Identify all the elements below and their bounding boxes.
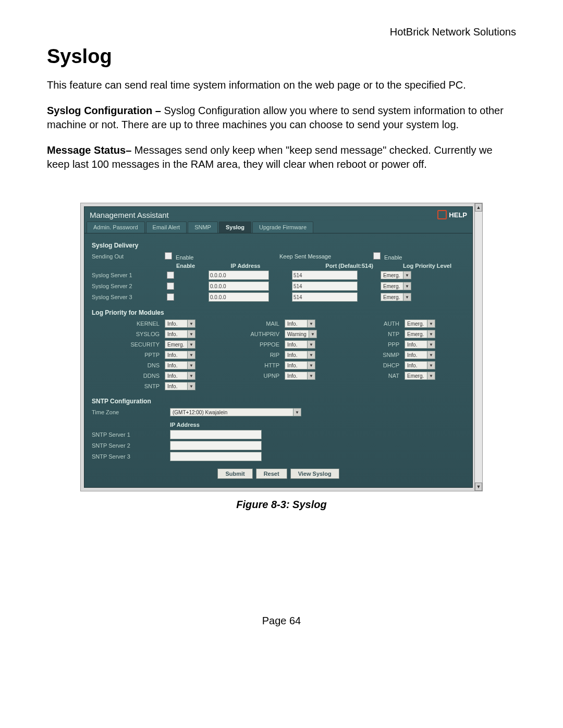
chevron-down-icon: ▼ [427,341,435,348]
sntp3-label: SNTP Server 3 [92,453,170,460]
module-level-select[interactable]: Emerg.▼ [405,330,435,338]
reset-button[interactable]: Reset [256,468,287,479]
module-label: NTP [326,331,405,337]
server-row-1: Syslog Server 1 Emerg.▼ [92,270,465,280]
module-level-select[interactable]: Info.▼ [165,319,195,328]
module-label: AUTHPRIV [206,331,285,337]
sntp2-label: SNTP Server 2 [92,442,170,449]
server3-port-input[interactable] [292,292,358,302]
module-label: DDNS [92,373,165,379]
module-label: AUTH [326,320,405,327]
help-icon [437,210,447,219]
server2-port-input[interactable] [292,281,358,291]
sending-out-checkbox[interactable] [165,252,172,260]
chevron-down-icon: ▼ [307,320,315,327]
chevron-down-icon: ▼ [427,320,435,327]
module-level-select[interactable]: Info.▼ [165,382,195,390]
sending-out-enable-text: Enable [176,254,193,261]
sntp3-input[interactable] [170,452,262,461]
module-label: SNMP [326,352,405,358]
page-title: Syslog [47,45,516,68]
tab-upgrade-firmware[interactable]: Upgrade Firmware [252,221,313,233]
server2-ip-input[interactable] [209,281,269,291]
module-level-select[interactable]: Info.▼ [165,372,195,380]
syslog-config-paragraph: Syslog Configuration – Syslog Configurat… [47,104,516,132]
module-label: DNS [92,362,165,368]
sntp-ip-heading: IP Address [170,422,465,428]
server3-enable-checkbox[interactable] [167,293,174,301]
chevron-down-icon: ▼ [403,282,411,290]
module-label: SNTP [92,383,165,389]
view-syslog-button[interactable]: View Syslog [290,468,339,479]
tab-syslog[interactable]: Syslog [219,221,251,233]
module-level-select[interactable]: Info.▼ [165,330,195,338]
module-label: HTTP [206,362,285,368]
module-level-select[interactable]: Info.▼ [405,351,435,359]
tab-admin-password[interactable]: Admin. Password [87,221,145,233]
chevron-down-icon: ▼ [293,409,301,416]
section-log-priority: Log Priority for Modules [92,309,465,316]
module-label: PPP [326,341,405,348]
server3-level-select[interactable]: Emerg.▼ [381,293,411,301]
module-label: SYSLOG [92,331,165,337]
intro-paragraph: This feature can send real time system i… [47,78,516,92]
server1-label: Syslog Server 1 [92,272,165,278]
module-level-select[interactable]: Info.▼ [165,351,195,359]
chevron-down-icon: ▼ [307,341,315,348]
server1-port-input[interactable] [292,270,358,280]
tab-snmp[interactable]: SNMP [188,221,218,233]
module-level-select[interactable]: Info.▼ [405,361,435,369]
keep-sent-checkbox[interactable] [373,252,381,260]
sntp2-input[interactable] [170,441,262,450]
col-enable: Enable [165,263,206,269]
message-status-label: Message Status– [47,144,134,156]
server-row-2: Syslog Server 2 Emerg.▼ [92,281,465,291]
help-label: HELP [449,211,467,219]
module-label: PPTP [92,352,165,358]
server3-ip-input[interactable] [209,292,269,302]
module-label: KERNEL [92,320,165,327]
col-port: Port (Default:514) [285,263,373,269]
chevron-down-icon: ▼ [427,372,435,379]
server2-enable-checkbox[interactable] [167,282,174,290]
scroll-down-button[interactable]: ▼ [475,483,482,491]
section-syslog-delivery: Syslog Delivery [92,242,465,249]
chevron-down-icon: ▼ [187,351,195,359]
sntp1-input[interactable] [170,430,262,439]
server1-level-select[interactable]: Emerg.▼ [381,271,411,279]
server2-level-select[interactable]: Emerg.▼ [381,282,411,290]
module-label: UPNP [206,373,285,379]
tz-select[interactable]: (GMT+12:00) Kwajalein ▼ [170,408,301,416]
scroll-up-button[interactable]: ▲ [475,203,482,212]
module-level-select[interactable]: Warning▼ [285,330,317,338]
module-level-select[interactable]: Emerg.▼ [165,340,195,349]
chevron-down-icon: ▼ [187,382,195,390]
chevron-down-icon: ▼ [307,362,315,369]
module-level-select[interactable]: Info.▼ [285,372,315,380]
module-label: PPPOE [206,341,285,348]
module-level-select[interactable]: Info.▼ [285,361,315,369]
module-level-select[interactable]: Emerg.▼ [405,319,435,328]
module-level-select[interactable]: Info.▼ [285,319,315,328]
module-level-select[interactable]: Info.▼ [165,361,195,369]
chevron-down-icon: ▼ [187,330,195,338]
module-label: NAT [326,373,405,379]
module-label: SECURITY [92,341,165,348]
tab-email-alert[interactable]: Email Alert [146,221,187,233]
module-level-select[interactable]: Info.▼ [285,351,315,359]
module-level-select[interactable]: Emerg.▼ [405,372,435,380]
scrollbar[interactable]: ▲ ▼ [474,203,482,491]
module-level-select[interactable]: Info.▼ [285,340,315,349]
page-footer: Page 64 [47,615,516,627]
chevron-down-icon: ▼ [307,351,315,359]
chevron-down-icon: ▼ [307,372,315,379]
keep-sent-label: Keep Sent Message [279,253,373,260]
server1-enable-checkbox[interactable] [167,272,174,279]
module-level-select[interactable]: Info.▼ [405,340,435,349]
help-link[interactable]: HELP [437,210,467,219]
col-log: Log Priority Level [373,263,451,269]
server1-ip-input[interactable] [209,270,269,280]
section-sntp: SNTP Configuration [92,398,465,405]
submit-button[interactable]: Submit [217,468,252,479]
figure-caption: Figure 8-3: Syslog [47,499,516,511]
